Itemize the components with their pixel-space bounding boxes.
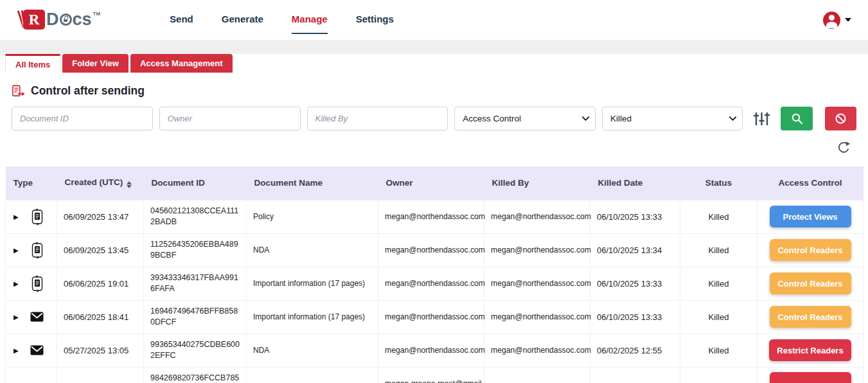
view-tabs: All ItemsFolder ViewAccess Management <box>0 54 868 73</box>
cell-access-control <box>757 367 864 383</box>
cell-created: 06/09/2025 13:45 <box>57 233 144 267</box>
tab-all-items[interactable]: All Items <box>5 54 60 73</box>
cell-access-control: Control Readers <box>757 267 864 300</box>
cell-type: ▶ <box>6 233 57 267</box>
trademark-label: TM <box>93 11 101 17</box>
cell-document_name: Policy <box>247 200 378 233</box>
user-menu[interactable] <box>823 12 851 29</box>
cell-document_name: Important information (17 pages) <box>247 300 378 334</box>
cell-document_name: NDA <box>247 233 378 267</box>
header-divider-strip <box>0 40 868 54</box>
table-row: ▶06/09/2025 13:47045602121308CCEA1112BAD… <box>6 200 864 233</box>
tracked-document-icon <box>30 208 44 226</box>
access-control-button[interactable]: Protect Views <box>770 206 851 227</box>
cell-killed_by: megan@northendassoc.com <box>484 334 590 367</box>
cell-document_name: NDA <box>247 334 378 367</box>
cell-status: Killed <box>680 300 757 334</box>
cell-killed_date: 06/10/2025 13:33 <box>590 267 680 300</box>
owner-input[interactable] <box>159 107 301 130</box>
tab-access-management[interactable]: Access Management <box>130 54 233 73</box>
cell-created: 05/27/2025 13:05 <box>57 334 144 367</box>
tab-folder-view[interactable]: Folder View <box>62 54 128 73</box>
refresh-icon <box>837 141 851 155</box>
cell-status: Killed <box>680 233 757 267</box>
cell-status: Killed <box>680 267 757 300</box>
expand-row-icon[interactable]: ▶ <box>13 280 19 287</box>
table-row: ▶06/06/2025 19:01393433346317FBAA9916FAF… <box>6 267 864 300</box>
expand-row-icon[interactable]: ▶ <box>13 213 19 220</box>
sliders-icon <box>753 111 770 127</box>
documents-table: TypeCreated (UTC)Document IDDocument Nam… <box>5 166 863 383</box>
cell-created: 06/06/2025 18:41 <box>57 300 144 334</box>
cell-killed_date: 06/10/2025 13:33 <box>590 300 680 334</box>
search-icon <box>791 112 803 125</box>
column-header-document_id: Document ID <box>144 166 247 200</box>
page-heading: Control after sending <box>12 84 868 98</box>
cell-document_id: 112526435206EBBA4899BCBF <box>144 233 247 267</box>
page-title: Control after sending <box>31 84 145 98</box>
logo-r-mark: R <box>23 10 45 30</box>
column-header-created[interactable]: Created (UTC) <box>57 166 144 200</box>
nav-item-manage[interactable]: Manage <box>292 13 328 34</box>
access-control-button[interactable]: Control Readers <box>770 272 851 294</box>
cell-killed_date: 06/10/2025 13:34 <box>590 233 680 267</box>
filter-bar: Access Control Killed <box>12 107 856 130</box>
cell-killed_by: megan@northendassoc.com <box>484 300 590 334</box>
rdocs-logo[interactable]: R D cs TM <box>19 9 100 31</box>
cell-access-control: Control Readers <box>757 300 864 334</box>
killed-by-input[interactable] <box>307 107 448 130</box>
table-row: 984269820736FCCB7858BFFmegan.greene.rpos… <box>6 367 864 383</box>
email-icon <box>30 345 44 355</box>
cell-access-control: Protect Views <box>757 200 864 233</box>
table-row: ▶06/09/2025 13:45112526435206EBBA4899BCB… <box>6 233 864 267</box>
cell-killed_by: megan@northendassoc.com <box>484 267 590 300</box>
access-control-select[interactable]: Access Control <box>454 107 596 130</box>
logo-docs-text: D cs <box>46 9 92 30</box>
refresh-row <box>0 141 868 155</box>
column-header-owner: Owner <box>378 166 484 200</box>
cell-type: ▶ <box>6 334 57 367</box>
access-control-button[interactable]: Control Readers <box>770 306 851 328</box>
column-header-type: Type <box>6 166 57 200</box>
cell-created <box>57 367 144 383</box>
nav-item-send[interactable]: Send <box>170 13 193 27</box>
cell-owner: megan@northendassoc.com <box>378 300 484 334</box>
tracked-document-icon <box>30 275 44 292</box>
cell-owner: megan@northendassoc.com <box>378 200 484 233</box>
expand-row-icon[interactable]: ▶ <box>13 247 19 254</box>
expand-row-icon[interactable]: ▶ <box>13 347 19 354</box>
cell-created: 06/09/2025 13:47 <box>57 200 144 233</box>
cell-document_id: 169467496476BFFB8580DFCF <box>144 300 247 334</box>
cell-status: Killed <box>680 200 757 233</box>
tracked-document-icon <box>30 242 44 259</box>
advanced-filters-button[interactable] <box>753 111 770 127</box>
access-control-button[interactable]: Control Readers <box>770 239 851 261</box>
status-select[interactable]: Killed <box>602 107 743 130</box>
cell-owner: megan@northendassoc.com <box>378 233 484 267</box>
nav-item-settings[interactable]: Settings <box>356 13 394 27</box>
status-select-wrap: Killed <box>602 107 743 130</box>
document-id-input[interactable] <box>12 107 153 130</box>
main-nav: SendGenerateManageSettings <box>170 13 394 27</box>
access-control-button[interactable]: Restrict Readers <box>769 339 851 361</box>
cell-type: ▶ <box>6 267 57 300</box>
cell-killed_by: megan@northendassoc.com <box>484 233 590 267</box>
cell-document_name <box>247 367 378 383</box>
column-header-killed_date: Killed Date <box>590 166 680 200</box>
nav-item-generate[interactable]: Generate <box>222 13 263 27</box>
expand-row-icon[interactable]: ▶ <box>13 314 19 321</box>
search-button[interactable] <box>781 107 813 130</box>
cell-document_id: 993653440275CDBE6002EFFC <box>144 334 247 367</box>
refresh-button[interactable] <box>837 141 851 155</box>
clear-filters-button[interactable] <box>825 107 856 130</box>
cell-document_id: 984269820736FCCB7858BFF <box>144 367 247 383</box>
user-avatar-icon[interactable] <box>823 12 840 29</box>
cell-killed_by <box>484 367 590 383</box>
sort-icon[interactable] <box>127 181 132 188</box>
table-row: ▶06/06/2025 18:41169467496476BFFB8580DFC… <box>6 300 864 334</box>
table-header-row: TypeCreated (UTC)Document IDDocument Nam… <box>6 166 864 200</box>
access-control-button[interactable] <box>770 372 851 383</box>
cell-status: Killed <box>680 334 757 367</box>
column-header-status: Status <box>680 166 757 200</box>
column-header-killed_by: Killed By <box>484 166 590 200</box>
